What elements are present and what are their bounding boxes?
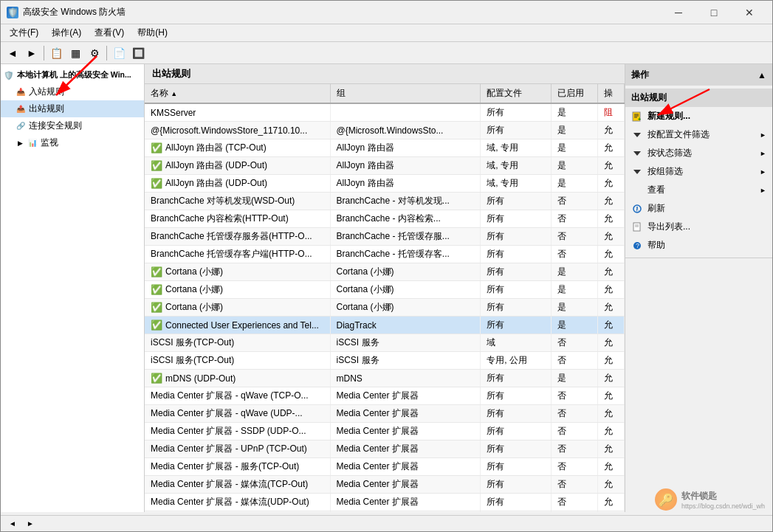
cell-enabled: 是 bbox=[551, 511, 597, 513]
menu-action[interactable]: 操作(A) bbox=[46, 25, 87, 41]
cell-profile: 域, 专用 bbox=[481, 175, 552, 193]
collapse-icon[interactable]: ▲ bbox=[757, 70, 766, 80]
action-item-6[interactable]: 导出列表... bbox=[625, 218, 772, 236]
table-row[interactable]: ✅AllJoyn 路由器 (UDP-Out)AllJoyn 路由器域, 专用是允 bbox=[145, 175, 625, 193]
cell-profile: 域 bbox=[481, 334, 552, 352]
cell-action: 允 bbox=[598, 210, 625, 228]
table-row[interactable]: BranchCache 托管缓存客户端(HTTP-O...BranchCache… bbox=[145, 246, 625, 263]
toolbar-separator-2 bbox=[106, 46, 107, 61]
action-submenu-arrow-4: ► bbox=[760, 187, 766, 194]
cell-name: Media Center 扩展器 - SSDP (UDP-O... bbox=[145, 423, 330, 441]
toolbar-btn-3[interactable]: 📋 bbox=[47, 44, 65, 62]
table-row[interactable]: Media Center 扩展器 - 媒体流(UDP-Out)Media Cen… bbox=[145, 494, 625, 511]
minimize-button[interactable]: ─ bbox=[662, 2, 695, 23]
svg-marker-6 bbox=[633, 151, 641, 156]
action-item-5[interactable]: ↻刷新 bbox=[625, 199, 772, 218]
cell-profile: 所有 bbox=[481, 228, 552, 246]
cell-enabled: 否 bbox=[551, 228, 597, 246]
table-container[interactable]: 名称 ▲ 组 配置文件 已启用 操 KMSServer所有是阻@{Microso… bbox=[145, 84, 625, 512]
menu-view[interactable]: 查看(V) bbox=[89, 25, 130, 41]
action-item-2[interactable]: 按状态筛选► bbox=[625, 144, 772, 162]
scroll-left-btn[interactable]: ◄ bbox=[7, 518, 18, 530]
check-icon: ✅ bbox=[151, 178, 162, 189]
cell-name: Media Center 扩展器 - 媒体流(UDP-Out) bbox=[145, 494, 330, 511]
toolbar-btn-5[interactable]: ⚙ bbox=[86, 44, 103, 62]
cell-action: 允 bbox=[598, 352, 625, 370]
table-row[interactable]: BranchCache 内容检索(HTTP-Out)BranchCache - … bbox=[145, 210, 625, 228]
menu-file[interactable]: 文件(F) bbox=[4, 25, 44, 41]
action-item-7[interactable]: ?帮助 bbox=[625, 236, 772, 255]
table-row[interactable]: Media Center 扩展器 - UPnP (TCP-Out)Media C… bbox=[145, 441, 625, 458]
close-button[interactable]: ✕ bbox=[732, 2, 766, 23]
svg-text:?: ? bbox=[636, 242, 639, 249]
table-row[interactable]: iSCSI 服务(TCP-Out)iSCSI 服务域否允 bbox=[145, 334, 625, 352]
cell-profile: 所有 bbox=[481, 476, 552, 494]
table-row[interactable]: Media Center 扩展器 - 媒体流(TCP-Out)Media Cen… bbox=[145, 476, 625, 494]
sidebar-item-monitor-label: 监视 bbox=[41, 137, 58, 149]
cell-name: Media Center 扩展器 - 服务(TCP-Out) bbox=[145, 458, 330, 476]
monitor-arrow[interactable]: ▶ bbox=[16, 139, 24, 148]
action-submenu-arrow-3: ► bbox=[760, 168, 766, 176]
action-item-4[interactable]: 查看► bbox=[625, 181, 772, 199]
cell-profile: 所有 bbox=[481, 458, 552, 476]
table-row[interactable]: BranchCache 对等机发现(WSD-Out)BranchCache - … bbox=[145, 193, 625, 210]
inbound-icon: 📥 bbox=[16, 87, 26, 97]
cell-enabled: 否 bbox=[551, 423, 597, 441]
cell-enabled: 否 bbox=[551, 441, 597, 458]
table-row[interactable]: ✅Cortana (小娜)Cortana (小娜)所有是允 bbox=[145, 263, 625, 281]
table-row[interactable]: Media Center 扩展器 - qWave (UDP-...Media C… bbox=[145, 405, 625, 423]
col-group[interactable]: 组 bbox=[330, 84, 481, 103]
toolbar-btn-4[interactable]: ▦ bbox=[66, 44, 84, 62]
table-row[interactable]: KMSServer所有是阻 bbox=[145, 103, 625, 122]
sidebar-item-monitor[interactable]: ▶ 📊 监视 bbox=[1, 134, 144, 151]
table-row[interactable]: ✅Cortana (小娜)Cortana (小娜)所有是允 bbox=[145, 281, 625, 299]
table-row[interactable]: BranchCache 托管缓存服务器(HTTP-O...BranchCache… bbox=[145, 228, 625, 246]
cell-action: 阻 bbox=[598, 103, 625, 122]
sidebar-item-connection[interactable]: 🔗 连接安全规则 bbox=[1, 117, 144, 134]
table-row[interactable]: Media Center 扩展器 - 服务(TCP-Out)Media Cent… bbox=[145, 458, 625, 476]
table-row[interactable]: Media Center 扩展器 - SSDP (UDP-O...Media C… bbox=[145, 423, 625, 441]
cell-name: iSCSI 服务(TCP-Out) bbox=[145, 352, 330, 370]
action-icon-0: + bbox=[631, 111, 643, 122]
svg-rect-11 bbox=[633, 223, 640, 231]
svg-marker-5 bbox=[633, 133, 641, 137]
table-row[interactable]: ✅AllJoyn 路由器 (UDP-Out)AllJoyn 路由器域, 专用是允 bbox=[145, 157, 625, 175]
table-row[interactable]: ✅Microsoft StoreMicrosoft Store所有是允 bbox=[145, 511, 625, 513]
maximize-button[interactable]: □ bbox=[697, 2, 731, 23]
scroll-right-btn[interactable]: ► bbox=[24, 518, 36, 530]
table-row[interactable]: ✅mDNS (UDP-Out)mDNS所有是允 bbox=[145, 370, 625, 387]
table-row[interactable]: Media Center 扩展器 - qWave (TCP-O...Media … bbox=[145, 387, 625, 405]
toolbar-btn-6[interactable]: 📄 bbox=[110, 44, 128, 62]
table-row[interactable]: iSCSI 服务(TCP-Out)iSCSI 服务专用, 公用否允 bbox=[145, 352, 625, 370]
table-header-row: 名称 ▲ 组 配置文件 已启用 操 bbox=[145, 84, 625, 103]
title-bar-left: 🛡️ 高级安全 Windows 防火墙 bbox=[7, 6, 126, 18]
sidebar-item-outbound[interactable]: 📤 出站规则 bbox=[1, 100, 144, 117]
table-row[interactable]: @{Microsoft.WindowsStore_11710.10...@{Mi… bbox=[145, 122, 625, 139]
col-action[interactable]: 操 bbox=[598, 84, 625, 103]
app-icon: 🛡️ bbox=[7, 7, 18, 18]
cell-profile: 所有 bbox=[481, 405, 552, 423]
cell-enabled: 是 bbox=[551, 157, 597, 175]
table-row[interactable]: ✅Cortana (小娜)Cortana (小娜)所有是允 bbox=[145, 299, 625, 317]
watermark-name: 软件锁匙 bbox=[681, 490, 765, 502]
cell-name: Media Center 扩展器 - UPnP (TCP-Out) bbox=[145, 441, 330, 458]
table-row[interactable]: ✅AllJoyn 路由器 (TCP-Out)AllJoyn 路由器域, 专用是允 bbox=[145, 139, 625, 157]
action-item-3[interactable]: 按组筛选► bbox=[625, 162, 772, 181]
back-button[interactable]: ◄ bbox=[4, 44, 21, 62]
cell-group: Media Center 扩展器 bbox=[330, 441, 481, 458]
forward-button[interactable]: ► bbox=[23, 44, 41, 62]
col-name[interactable]: 名称 ▲ bbox=[145, 84, 330, 103]
action-label-1: 按配置文件筛选 bbox=[647, 128, 710, 141]
sidebar-item-inbound[interactable]: 📥 入站规则 bbox=[1, 83, 144, 100]
cell-group: BranchCache - 对等机发现... bbox=[330, 193, 481, 210]
table-row[interactable]: ✅Connected User Experiences and Tel...Di… bbox=[145, 317, 625, 334]
action-item-0[interactable]: +新建规则... bbox=[625, 107, 772, 125]
cell-profile: 所有 bbox=[481, 387, 552, 405]
menu-help[interactable]: 帮助(H) bbox=[131, 25, 174, 41]
action-item-1[interactable]: 按配置文件筛选► bbox=[625, 125, 772, 144]
toolbar-btn-7[interactable]: 🔲 bbox=[129, 44, 147, 62]
action-submenu-arrow-2: ► bbox=[760, 150, 766, 157]
check-icon: ✅ bbox=[151, 302, 162, 313]
col-profile[interactable]: 配置文件 bbox=[481, 84, 552, 103]
col-enabled[interactable]: 已启用 bbox=[551, 84, 597, 103]
